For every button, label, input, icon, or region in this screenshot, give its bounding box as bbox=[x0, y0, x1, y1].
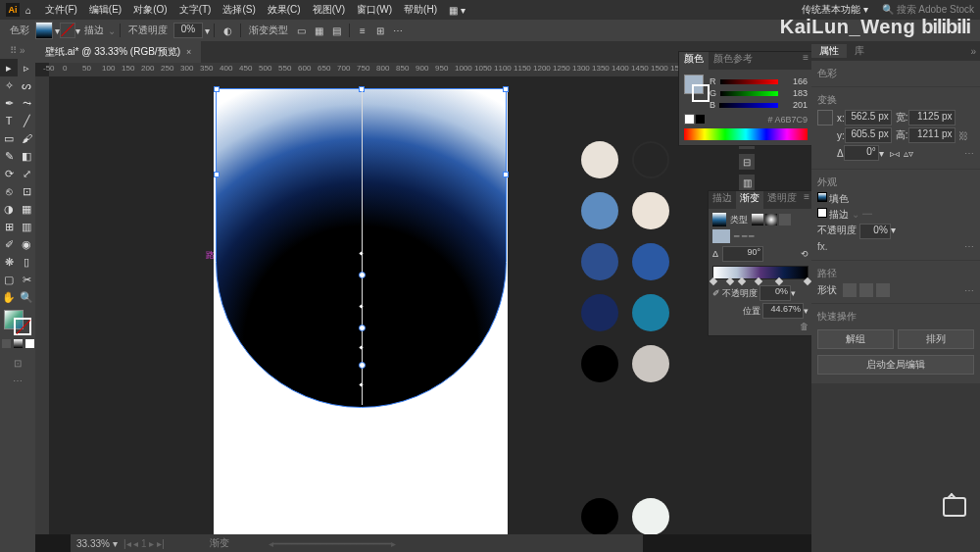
color-b-value[interactable]: 201 bbox=[782, 100, 808, 110]
gradient-ramp[interactable] bbox=[712, 266, 808, 279]
scale-tool[interactable]: ⤢ bbox=[18, 165, 35, 182]
menu-effect[interactable]: 效果(C) bbox=[262, 3, 307, 17]
type-tool[interactable]: T bbox=[0, 112, 18, 129]
gradient-ramp-stop[interactable] bbox=[775, 277, 783, 285]
menu-select[interactable]: 选择(S) bbox=[217, 3, 261, 17]
hex-readout[interactable]: A6B7C9 bbox=[774, 115, 808, 125]
angle-field[interactable]: 0° bbox=[844, 145, 879, 161]
vartype-option-2[interactable]: ▦ bbox=[312, 24, 325, 37]
palette-swatch[interactable] bbox=[632, 192, 669, 229]
menu-file[interactable]: 文件(F) bbox=[39, 3, 83, 17]
pathfinder-icon[interactable] bbox=[876, 283, 890, 297]
zoom-tool[interactable]: 🔍 bbox=[18, 288, 35, 306]
stroke-tab[interactable]: 描边 bbox=[709, 191, 736, 209]
shaper-tool[interactable]: ✎ bbox=[0, 147, 18, 165]
color-r-value[interactable]: 166 bbox=[782, 76, 808, 86]
palette-swatch[interactable] bbox=[581, 498, 618, 534]
fx-row[interactable]: fx. bbox=[817, 241, 828, 252]
palette-swatch[interactable] bbox=[632, 294, 669, 331]
y-field[interactable]: 605.5 px bbox=[845, 127, 892, 143]
document-tab[interactable]: 壁纸.ai* @ 33.33% (RGB/预览)× bbox=[35, 41, 201, 63]
menu-help[interactable]: 帮助(H) bbox=[398, 3, 443, 17]
gradient-annotator-line[interactable] bbox=[362, 91, 363, 405]
link-wh-icon[interactable]: ⛓ bbox=[958, 130, 968, 141]
none-mode-icon[interactable] bbox=[25, 339, 34, 348]
search-field[interactable]: 🔍 搜索 Adobe Stock bbox=[882, 3, 974, 17]
gradient-opacity-field[interactable]: 0% bbox=[760, 285, 791, 301]
palette-swatch[interactable] bbox=[581, 294, 618, 331]
ref-point-widget[interactable] bbox=[817, 110, 833, 125]
gradient-type-linear-icon[interactable] bbox=[752, 214, 763, 226]
dock-gradient-icon[interactable]: ▥ bbox=[739, 175, 755, 190]
opacity-field[interactable]: 0% bbox=[173, 23, 203, 38]
gradient-stroke-swatch[interactable] bbox=[712, 229, 730, 243]
pathfinder-icon[interactable] bbox=[859, 283, 873, 297]
magic-wand-tool[interactable]: ✧ bbox=[0, 76, 18, 94]
gradient-ramp-stop[interactable] bbox=[804, 277, 811, 285]
palette-swatch[interactable] bbox=[581, 243, 618, 280]
lasso-tool[interactable]: ᔕ bbox=[18, 76, 35, 94]
menu-object[interactable]: 对象(O) bbox=[127, 3, 172, 17]
home-icon[interactable]: ⌂ bbox=[25, 5, 31, 16]
mesh-tool[interactable]: ⊞ bbox=[0, 218, 18, 235]
selection-tool[interactable]: ▸ bbox=[0, 59, 18, 76]
gradient-tab[interactable]: 渐变 bbox=[736, 191, 763, 209]
gradient-stop[interactable] bbox=[359, 325, 366, 331]
transform-icon[interactable]: ⊞ bbox=[373, 24, 387, 37]
pen-tool[interactable]: ✒ bbox=[0, 94, 18, 112]
gradient-ramp-stop[interactable] bbox=[755, 277, 762, 285]
artboard-tool[interactable]: ▢ bbox=[0, 271, 18, 288]
h-field[interactable]: 1211 px bbox=[908, 127, 956, 143]
tool-panel-grab[interactable]: ⠿ » bbox=[0, 41, 35, 59]
appearance-opacity-field[interactable]: 0% bbox=[859, 224, 891, 239]
color-panel-stroke-swatch[interactable] bbox=[692, 84, 710, 102]
panel-menu-icon[interactable]: ≡ bbox=[799, 52, 812, 70]
gradient-type-radial-icon[interactable] bbox=[765, 214, 777, 226]
paintbrush-tool[interactable]: 🖌 bbox=[18, 129, 35, 147]
palette-swatch[interactable] bbox=[632, 141, 669, 178]
color-g-value[interactable]: 183 bbox=[782, 88, 808, 98]
palette-swatch[interactable] bbox=[632, 345, 669, 382]
align-icon[interactable]: ≡ bbox=[356, 24, 369, 37]
bbox-handle[interactable] bbox=[214, 86, 220, 92]
rectangle-tool[interactable]: ▭ bbox=[0, 129, 18, 147]
properties-tab[interactable]: 属性 bbox=[811, 44, 847, 58]
line-tool[interactable]: ╱ bbox=[18, 112, 35, 129]
direct-selection-tool[interactable]: ▹ bbox=[18, 59, 35, 76]
slice-tool[interactable]: ✂ bbox=[18, 271, 35, 288]
symbol-sprayer-tool[interactable]: ❋ bbox=[0, 253, 18, 271]
palette-swatch[interactable] bbox=[581, 345, 618, 382]
rotate-tool[interactable]: ⟳ bbox=[0, 165, 18, 182]
palette-swatch[interactable] bbox=[581, 192, 618, 229]
gradient-ramp-stop[interactable] bbox=[726, 277, 734, 285]
curvature-tool[interactable]: ⤳ bbox=[18, 94, 35, 112]
menu-window[interactable]: 窗口(W) bbox=[351, 3, 398, 17]
more-icon[interactable]: ⋯ bbox=[391, 24, 405, 37]
fill-swatch[interactable] bbox=[35, 22, 53, 39]
pathfinder-icon[interactable] bbox=[843, 283, 857, 297]
workspace-switcher[interactable]: 传统基本功能 ▾ bbox=[796, 3, 874, 17]
gradient-tool[interactable]: ▥ bbox=[18, 218, 35, 235]
menu-view[interactable]: 视图(V) bbox=[307, 3, 351, 17]
eyedropper-tool[interactable]: ✐ bbox=[0, 235, 18, 253]
color-mode-icon[interactable] bbox=[2, 339, 11, 348]
menu-edit[interactable]: 编辑(E) bbox=[83, 3, 127, 17]
perspective-tool[interactable]: ▦ bbox=[18, 200, 35, 218]
color-tab[interactable]: 颜色 bbox=[679, 52, 709, 70]
palette-swatch[interactable] bbox=[581, 141, 618, 178]
edit-toolbar-icon[interactable]: ⋯ bbox=[0, 372, 35, 389]
gradient-ramp-stop[interactable] bbox=[710, 277, 717, 285]
blend-tool[interactable]: ◉ bbox=[18, 235, 35, 253]
delete-stop-icon[interactable]: 🗑 bbox=[800, 322, 808, 331]
zoom-readout[interactable]: 33.33% bbox=[76, 538, 110, 549]
close-tab-icon[interactable]: × bbox=[186, 47, 191, 57]
recolor-icon[interactable]: ◐ bbox=[220, 24, 234, 37]
menu-type[interactable]: 文字(T) bbox=[173, 3, 218, 17]
more-options-icon[interactable]: ⋯ bbox=[964, 285, 974, 296]
column-graph-tool[interactable]: ▯ bbox=[18, 253, 35, 271]
gradient-stop[interactable] bbox=[359, 272, 366, 278]
bbox-handle[interactable] bbox=[503, 172, 509, 177]
width-tool[interactable]: ⎋ bbox=[0, 182, 18, 200]
ungroup-button[interactable]: 解组 bbox=[817, 329, 894, 349]
dock-stroke-icon[interactable]: ⊟ bbox=[739, 154, 755, 170]
